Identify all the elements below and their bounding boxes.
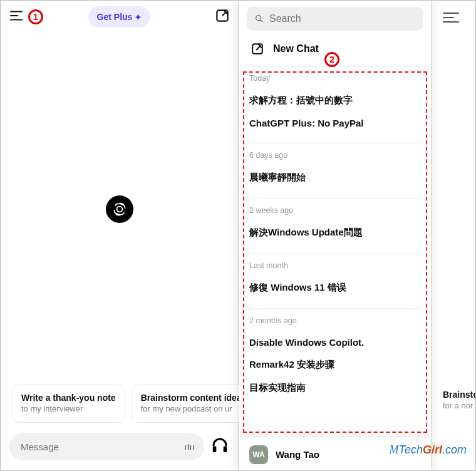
compose-icon (251, 42, 264, 56)
annotation-badge-1: 1 (28, 9, 43, 24)
history-group: 6 days ago 晨曦寧靜開始 (248, 143, 422, 199)
svg-rect-3 (224, 446, 227, 452)
search-input[interactable] (269, 13, 416, 24)
conversation-item[interactable]: Remark42 安装步骤 (249, 353, 421, 376)
search-icon (254, 14, 264, 24)
avatar: WA (249, 445, 268, 464)
search-input-container[interactable] (247, 7, 423, 31)
history-group: 2 weeks ago 解決Windows Update問題 (248, 199, 422, 254)
sidebar: New Chat Today 求解方程：括號中的數字 ChatGPT Plus:… (239, 1, 431, 471)
watermark: MTechGirl.com (390, 443, 467, 457)
user-name: Wang Tao (276, 449, 319, 460)
suggestion-card[interactable]: Write a thank-you note to my interviewer (12, 385, 125, 423)
background-duplicate-panel: Brainsto for a nor (431, 1, 476, 471)
history-group: Today 求解方程：括號中的數字 ChatGPT Plus: No PayPa… (248, 66, 422, 143)
new-chat-label: New Chat (273, 43, 319, 54)
suggestions-row: Write a thank-you note to my interviewer… (1, 385, 238, 433)
history-group-label: 2 weeks ago (249, 206, 421, 215)
voice-wave-icon[interactable]: ılıı (184, 442, 195, 452)
chat-panel: Get Plus ✦ Write a thank-you note to my … (1, 1, 239, 471)
history-group-label: 2 months ago (249, 316, 421, 325)
menu-icon[interactable] (443, 9, 459, 22)
suggestion-subtitle: for a nor (443, 401, 476, 410)
menu-icon[interactable] (8, 8, 24, 26)
conversation-item[interactable]: ChatGPT Plus: No PayPal (249, 112, 421, 134)
history-group: Last month 修復 Windows 11 错误 (248, 254, 422, 309)
message-input[interactable] (21, 442, 184, 452)
suggestion-card[interactable]: Brainstorm content ideas for my new podc… (132, 385, 256, 423)
svg-point-4 (256, 16, 261, 21)
conversation-item[interactable]: 修復 Windows 11 错误 (249, 276, 421, 299)
headphones-icon[interactable] (210, 436, 229, 457)
history-group-label: Today (249, 74, 421, 83)
composer-row: ılıı (1, 433, 238, 471)
openai-logo (106, 195, 133, 223)
suggestion-subtitle: for my new podcast on ur (141, 404, 247, 413)
history-group-label: Last month (249, 261, 421, 270)
history-group-label: 6 days ago (249, 151, 421, 160)
conversation-item[interactable]: 目标实现指南 (249, 376, 421, 400)
compose-icon[interactable] (214, 8, 230, 26)
history-group: 2 months ago Disable Windows Copilot. Re… (248, 309, 422, 408)
message-input-container[interactable]: ılıı (9, 433, 204, 460)
conversation-item[interactable]: 解決Windows Update問題 (249, 221, 421, 244)
suggestion-subtitle: to my interviewer (21, 404, 116, 413)
get-plus-button[interactable]: Get Plus ✦ (88, 6, 151, 28)
suggestion-card: Brainsto for a nor (438, 383, 476, 418)
chat-history: Today 求解方程：括號中的數字 ChatGPT Plus: No PayPa… (239, 66, 431, 437)
suggestion-title: Brainsto (443, 390, 476, 400)
annotation-badge-2: 2 (324, 52, 339, 67)
empty-state (1, 33, 238, 385)
suggestion-title: Write a thank-you note (21, 393, 116, 403)
conversation-item[interactable]: 求解方程：括號中的數字 (249, 89, 421, 112)
conversation-item[interactable]: Disable Windows Copilot. (249, 331, 421, 353)
svg-rect-2 (213, 446, 217, 452)
suggestion-title: Brainstorm content ideas (141, 393, 247, 403)
sparkle-icon: ✦ (135, 13, 142, 22)
conversation-item[interactable]: 晨曦寧靜開始 (249, 166, 421, 189)
get-plus-label: Get Plus (97, 12, 133, 22)
svg-point-1 (116, 206, 122, 212)
